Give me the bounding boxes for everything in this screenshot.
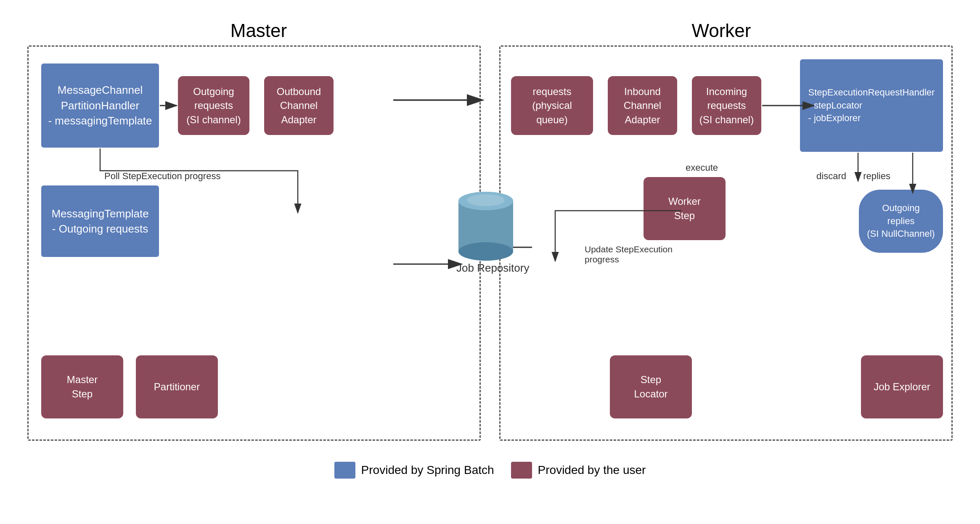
legend-spring-batch: Provided by Spring Batch [334, 462, 494, 479]
master-title: Master [27, 20, 490, 41]
svg-point-15 [458, 242, 513, 261]
inbound-adapter-box: Inbound Channel Adapter [608, 76, 677, 135]
partitioner-box: Partitioner [136, 355, 218, 418]
replies-label: replies [863, 171, 890, 182]
titles-row: Master Worker [27, 20, 953, 41]
master-step-box: Master Step [41, 355, 123, 418]
message-channel-box: MessageChannel PartitionHandler - messag… [41, 64, 159, 148]
discard-label: discard [816, 171, 846, 182]
step-execution-handler-box: StepExecutionRequestHandler - stepLocato… [800, 59, 943, 152]
job-repository: Job Repository [456, 184, 529, 275]
svg-point-17 [467, 194, 505, 206]
messaging-template-box: MessagingTemplate - Outgoing requests [41, 185, 159, 257]
master-region: MessageChannel PartitionHandler - messag… [27, 45, 481, 441]
poll-label: Poll StepExecution progress [104, 171, 220, 182]
execute-label: execute [686, 162, 718, 173]
job-repo-svg [456, 184, 515, 268]
outbound-adapter-box: Outbound Channel Adapter [264, 76, 334, 135]
legend-user-label: Provided by the user [538, 463, 646, 477]
legend-blue-swatch [334, 462, 355, 479]
worker-step-box: Worker Step [644, 177, 726, 240]
step-locator-box: Step Locator [610, 355, 692, 418]
legend: Provided by Spring Batch Provided by the… [27, 462, 953, 479]
requests-queue-box: requests (physical queue) [511, 76, 593, 135]
worker-title: Worker [490, 20, 953, 41]
job-explorer-box: Job Explorer [861, 355, 943, 418]
diagram-container: Master Worker MessageChannel PartitionHa… [27, 20, 953, 504]
legend-spring-batch-label: Provided by Spring Batch [361, 463, 494, 477]
outgoing-requests-box: Outgoing requests (SI channel) [178, 76, 249, 135]
worker-region: requests (physical queue) Inbound Channe… [499, 45, 953, 441]
update-label: Update StepExecution progress [585, 244, 673, 265]
incoming-requests-box: Incoming requests (SI channel) [692, 76, 761, 135]
legend-red-swatch [511, 462, 532, 479]
legend-user: Provided by the user [511, 462, 646, 479]
job-repo-label: Job Repository [456, 262, 529, 275]
outgoing-replies-box: Outgoing replies (SI NullChannel) [859, 190, 943, 253]
